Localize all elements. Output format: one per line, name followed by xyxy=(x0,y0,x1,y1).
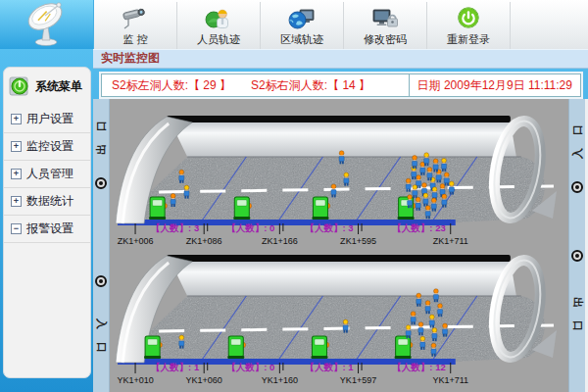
date-cell: 日期 2009年12月9日 11:11:29 xyxy=(410,74,580,96)
system-menu-icon xyxy=(8,74,31,98)
sidebar-item-label: 报警设置 xyxy=(26,220,74,237)
fan-icon xyxy=(95,177,107,189)
left-strip: 口出入口 xyxy=(93,99,110,392)
person-track-button[interactable]: 人员轨迹 xyxy=(177,2,261,50)
chainage-label: YK1+597 xyxy=(340,375,376,385)
cctv-camera-icon xyxy=(121,6,150,31)
app-logo xyxy=(0,0,94,50)
satellite-dish-icon xyxy=(0,0,93,49)
area-track-button[interactable]: 区域轨迹 xyxy=(261,2,344,50)
reader-station-icon xyxy=(395,336,413,359)
reader-station-icon xyxy=(227,336,245,359)
reader-station-icon xyxy=(312,197,329,220)
reader-station-icon xyxy=(144,336,162,359)
toolbar-button-label: 区域轨迹 xyxy=(280,32,323,47)
fan-icon xyxy=(95,275,107,287)
chainage-label: YK1+160 xyxy=(262,375,298,385)
sidebar-item-label: 监控设置 xyxy=(26,138,74,155)
right-tunnel-count: S2标右洞人数:【 14 】 xyxy=(251,77,370,94)
relogin-icon xyxy=(454,6,483,31)
toolbar-button-label: 人员轨迹 xyxy=(197,32,240,47)
sidebar-panel: 系统菜单 + 用户设置 + 监控设置 + 人员管理 + 数据统计 − 报警设置 xyxy=(3,67,91,378)
sidebar: 系统菜单 + 用户设置 + 监控设置 + 人员管理 + 数据统计 − 报警设置 xyxy=(0,49,93,392)
area-track-icon xyxy=(287,6,317,31)
expand-icon[interactable]: + xyxy=(11,114,22,124)
sidebar-item-data-statistics[interactable]: + 数据统计 xyxy=(4,188,90,216)
change-password-button[interactable]: 修改密码 xyxy=(344,2,427,50)
people-count-label: 【人数】: 12 xyxy=(392,362,445,372)
left-tunnel-count: S2标左洞人数:【 29 】 xyxy=(112,77,231,94)
monitor-canvas: 口出入口 口入出口 xyxy=(93,99,588,392)
relogin-button[interactable]: 重新登录 xyxy=(427,2,511,50)
people-count-label: 【人数】: 1 xyxy=(305,362,354,372)
portal-label-char: 入 xyxy=(94,318,109,331)
sidebar-item-label: 数据统计 xyxy=(26,193,74,210)
sidebar-item-monitor-settings[interactable]: + 监控设置 xyxy=(4,133,90,161)
person-track-icon xyxy=(204,6,233,31)
people-count-label: 【人数】: 1 xyxy=(151,362,200,372)
reader-station-icon xyxy=(398,197,416,220)
reader-station-icon xyxy=(149,197,167,220)
main-toolbar: 监 控 人员轨迹 区域轨迹 xyxy=(94,0,588,50)
sidebar-item-user-settings[interactable]: + 用户设置 xyxy=(4,106,90,133)
sidebar-item-label: 用户设置 xyxy=(26,111,74,127)
tunnel-diagram-left-bore: ZK1+006ZK1+086【人数】: 3ZK1+166【人数】: 0ZK1+5… xyxy=(110,103,573,250)
date-label: 日期 2009年12月9日 11:11:29 xyxy=(417,77,572,94)
people-count-label: 【人数】: 23 xyxy=(392,222,445,233)
reader-station-icon xyxy=(311,336,328,359)
reader-station-icon xyxy=(233,197,251,220)
tab-realtime-monitor[interactable]: 实时监控图 xyxy=(93,50,588,67)
collapse-icon[interactable]: − xyxy=(11,223,22,234)
people-count-label: 【人数】: 0 xyxy=(226,362,274,372)
sidebar-title: 系统菜单 xyxy=(35,78,82,95)
info-bar: S2标左洞人数:【 29 】 S2标右洞人数:【 14 】 日期 2009年12… xyxy=(101,74,581,97)
tunnel-diagram-right-bore: YK1+010YK1+060【人数】: 1YK1+160【人数】: 0YK1+5… xyxy=(110,242,573,389)
expand-icon[interactable]: + xyxy=(11,141,22,152)
expand-icon[interactable]: + xyxy=(11,169,22,179)
people-count-label: 【人数】: 0 xyxy=(226,222,274,233)
change-password-icon xyxy=(370,6,400,31)
portal-label-char: 口 xyxy=(94,120,109,133)
sidebar-item-personnel-management[interactable]: + 人员管理 xyxy=(4,161,90,188)
monitor-button[interactable]: 监 控 xyxy=(94,2,177,50)
sidebar-item-alarm-settings[interactable]: − 报警设置 xyxy=(4,216,90,243)
chainage-label: YK1+060 xyxy=(186,375,222,385)
people-count-label: 【人数】: 3 xyxy=(151,222,199,233)
chainage-label: YK1+010 xyxy=(117,375,153,385)
toolbar-button-label: 修改密码 xyxy=(364,32,407,47)
toolbar-button-label: 重新登录 xyxy=(447,32,490,47)
main-area: 实时监控图 S2标左洞人数:【 29 】 S2标右洞人数:【 14 】 日期 2… xyxy=(93,49,588,392)
people-count-label: 【人数】: 3 xyxy=(305,222,353,233)
chainage-label: YK1+711 xyxy=(432,375,468,385)
expand-icon[interactable]: + xyxy=(11,196,22,207)
sidebar-item-label: 人员管理 xyxy=(26,166,74,182)
portal-label-char: 口 xyxy=(94,341,109,355)
toolbar-button-label: 监 控 xyxy=(122,32,147,47)
portal-label-char: 出 xyxy=(94,143,109,157)
sidebar-header: 系统菜单 xyxy=(4,68,90,106)
tunnel-counts: S2标左洞人数:【 29 】 S2标右洞人数:【 14 】 xyxy=(102,74,410,96)
tab-bar: 实时监控图 xyxy=(93,49,588,69)
